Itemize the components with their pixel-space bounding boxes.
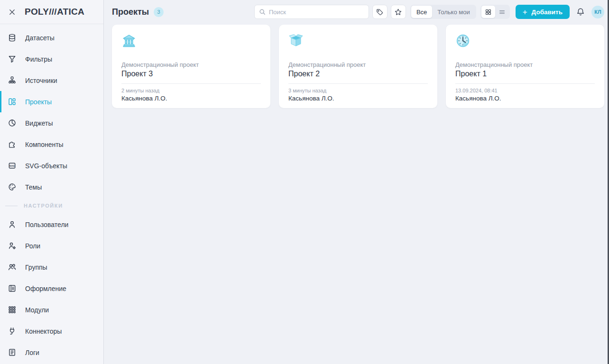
plug-icon: [7, 327, 17, 336]
sidebar-item-widgets[interactable]: Виджеты: [0, 112, 103, 134]
dashboard-icon: [7, 97, 17, 106]
person-icon: [7, 220, 17, 229]
topbar-controls: Все Только мои + Добавить: [254, 5, 604, 19]
section-divider: [5, 206, 18, 206]
main-content: Проекты 3 Все Только мои: [104, 0, 609, 364]
sidebar-item-modules[interactable]: Модули: [0, 299, 103, 320]
project-card[interactable]: Демонстрационный проект Проект 2 3 минут…: [279, 25, 437, 108]
sidebar-section-settings: НАСТРОЙКИ: [0, 198, 103, 214]
sidebar-item-projects[interactable]: Проекты: [0, 91, 103, 112]
sidebar-item-label: Темы: [25, 183, 42, 191]
sidebar-item-label: Модули: [25, 306, 49, 314]
filter-mine-tab[interactable]: Только мои: [432, 6, 475, 18]
pie-chart-icon: [7, 118, 17, 127]
card-author: Касьянова Л.О.: [455, 95, 595, 102]
card-subtitle: Демонстрационный проект: [288, 61, 428, 68]
search-box[interactable]: [254, 5, 369, 19]
puzzle-icon: [7, 140, 17, 149]
sidebar-item-label: Оформление: [25, 285, 66, 292]
plus-icon: +: [523, 8, 527, 16]
sidebar-item-users[interactable]: Пользователи: [0, 214, 103, 235]
brand-logo: POLY///ATICA: [25, 7, 84, 17]
tag-icon: [376, 8, 384, 16]
topbar: Проекты 3 Все Только мои: [112, 4, 604, 19]
palette-icon: [7, 182, 17, 191]
svg-text:SVG: SVG: [9, 164, 15, 167]
page-title: Проекты: [112, 7, 149, 17]
sidebar-item-connectors[interactable]: Коннекторы: [0, 320, 103, 342]
grid-view-button[interactable]: [481, 6, 495, 18]
tags-filter-button[interactable]: [372, 5, 388, 19]
sidebar-item-label: Группы: [25, 264, 47, 271]
section-label: НАСТРОЙКИ: [24, 203, 63, 209]
view-toggle: [480, 5, 510, 19]
search-icon: [259, 9, 266, 15]
list-view-button[interactable]: [495, 6, 509, 18]
sidebar-item-label: Компоненты: [25, 141, 64, 148]
database-icon: [7, 33, 17, 42]
bell-icon: [576, 7, 585, 17]
sidebar-item-label: Коннекторы: [25, 328, 62, 335]
sidebar-item-themes[interactable]: Темы: [0, 176, 103, 198]
card-timestamp: 2 минуты назад: [121, 88, 261, 93]
add-project-button[interactable]: + Добавить: [516, 5, 570, 19]
sidebar-item-svg-objects[interactable]: SVG SVG-объекты: [0, 155, 103, 176]
sidebar-header: POLY///ATICA: [0, 0, 103, 24]
project-card[interactable]: Демонстрационный проект Проект 1 13.09.2…: [446, 25, 604, 108]
bank-icon: [121, 33, 261, 49]
close-icon[interactable]: [7, 7, 17, 17]
card-author: Касьянова Л.О.: [288, 95, 428, 102]
project-card[interactable]: Демонстрационный проект Проект 3 2 минут…: [112, 25, 270, 108]
favorites-filter-button[interactable]: [391, 5, 406, 19]
sidebar: POLY///ATICA Датасеты Фильтры Источники …: [0, 0, 104, 364]
card-subtitle: Демонстрационный проект: [121, 61, 261, 68]
card-title: Проект 3: [121, 70, 261, 78]
card-subtitle: Демонстрационный проект: [455, 61, 595, 68]
card-author: Касьянова Л.О.: [121, 95, 261, 102]
sidebar-item-label: Логи: [25, 349, 39, 356]
card-timestamp: 13.09.2024, 08:41: [455, 88, 595, 93]
sidebar-item-datasets[interactable]: Датасеты: [0, 27, 103, 48]
sidebar-nav: Датасеты Фильтры Источники Проекты Видже…: [0, 24, 103, 363]
person-gear-icon: [7, 241, 17, 250]
list-view-icon: [498, 9, 506, 16]
sidebar-item-roles[interactable]: Роли: [0, 235, 103, 256]
notifications-button[interactable]: [576, 7, 585, 17]
sidebar-item-groups[interactable]: Группы: [0, 256, 103, 278]
card-divider: [121, 83, 261, 84]
project-count-badge: 3: [154, 7, 164, 17]
sidebar-item-label: Фильтры: [25, 55, 52, 63]
people-icon: [7, 263, 17, 272]
sidebar-item-components[interactable]: Компоненты: [0, 134, 103, 155]
sidebar-item-label: Проекты: [25, 98, 52, 106]
add-button-label: Добавить: [532, 9, 563, 16]
log-list-icon: [7, 348, 17, 357]
layout-icon: [7, 284, 17, 293]
user-avatar[interactable]: КЛ: [591, 6, 604, 18]
funnel-icon: [7, 55, 17, 64]
sidebar-item-label: SVG-объекты: [25, 162, 67, 170]
hierarchy-icon: [7, 76, 17, 85]
sidebar-item-label: Датасеты: [25, 34, 55, 42]
sidebar-item-label: Виджеты: [25, 119, 53, 127]
project-cards-grid: Демонстрационный проект Проект 3 2 минут…: [112, 25, 604, 108]
sidebar-item-sources[interactable]: Источники: [0, 70, 103, 91]
sidebar-item-label: Роли: [25, 242, 40, 250]
card-divider: [288, 83, 428, 84]
app-window: POLY///ATICA Датасеты Фильтры Источники …: [0, 0, 609, 364]
star-icon: [394, 8, 402, 16]
sidebar-item-filters[interactable]: Фильтры: [0, 48, 103, 70]
grid-view-icon: [485, 9, 492, 16]
card-title: Проект 2: [288, 70, 428, 78]
card-divider: [455, 83, 595, 84]
sidebar-item-design[interactable]: Оформление: [0, 278, 103, 299]
card-timestamp: 3 минуты назад: [288, 88, 428, 93]
open-box-icon: [288, 33, 428, 49]
ownership-filter: Все Только мои: [410, 5, 476, 19]
filter-all-tab[interactable]: Все: [411, 6, 432, 18]
grid-dots-icon: [7, 305, 17, 314]
search-input[interactable]: [269, 9, 364, 16]
card-title: Проект 1: [455, 70, 595, 78]
sidebar-item-label: Источники: [25, 77, 57, 84]
sidebar-item-logs[interactable]: Логи: [0, 342, 103, 363]
